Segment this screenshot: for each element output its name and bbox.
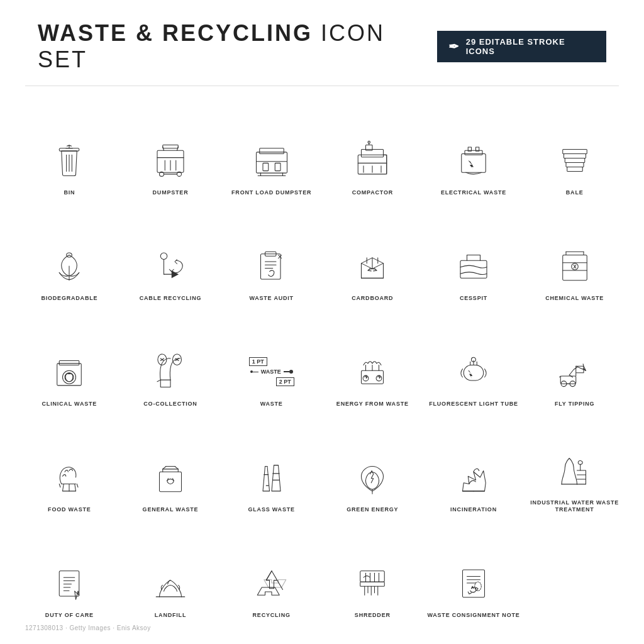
- icon-landfill-label: LANDFILL: [155, 612, 186, 619]
- icon-compactor-label: COMPACTOR: [352, 189, 393, 197]
- pen-tool-icon: ✒: [448, 39, 460, 54]
- svg-rect-10: [163, 145, 179, 148]
- svg-rect-40: [562, 150, 587, 154]
- icon-electrical-waste: ELECTRICAL WASTE: [423, 99, 525, 204]
- icon-waste-audit-label: WASTE AUDIT: [249, 295, 293, 303]
- icon-front-load-dumpster: FRONT LOAD DUMPSTER: [221, 99, 322, 204]
- icon-fly-tipping-label: FLY TIPPING: [555, 401, 594, 408]
- icon-general-waste: GENERAL WASTE: [120, 416, 221, 521]
- svg-rect-36: [462, 154, 486, 173]
- icon-cardboard-label: CARDBOARD: [352, 295, 393, 303]
- watermark: 1271308013 · Getty Images · Enis Aksoy: [25, 625, 151, 631]
- header: WASTE & RECYCLING ICON SET ✒ 29 EDITABLE…: [0, 0, 644, 86]
- icon-incineration: INCINERATION: [423, 416, 525, 521]
- icon-cable-recycling-label: CABLE RECYCLING: [140, 295, 202, 303]
- icon-industrial-water-label: INDUSTRIAL WATER WASTE TREATMENT: [526, 499, 623, 514]
- svg-rect-60: [562, 255, 587, 280]
- svg-rect-37: [465, 151, 482, 155]
- svg-rect-107: [360, 571, 385, 582]
- svg-point-122: [475, 582, 482, 591]
- icon-duty-of-care: DUTY OF CARE: [19, 521, 120, 627]
- svg-rect-21: [275, 164, 280, 171]
- svg-rect-20: [263, 164, 269, 171]
- icon-waste-consignment-note: WASTE CONSIGNMENT NOTE: [423, 521, 525, 627]
- icon-clinical-waste: CLINICAL WASTE: [19, 310, 120, 416]
- icon-waste-pt: 1 PT WASTE 2 PT WASTE: [221, 310, 322, 416]
- icon-compactor: COMPACTOR: [322, 99, 423, 204]
- icon-bin-label: BIN: [64, 189, 75, 197]
- icon-recycling: RECYCLING: [221, 521, 322, 627]
- icon-front-load-dumpster-label: FRONT LOAD DUMPSTER: [231, 189, 311, 197]
- icon-dumpster: DUMPSTER: [120, 99, 221, 204]
- badge-text: 29 EDITABLE STROKE ICONS: [466, 37, 595, 56]
- icon-fluorescent-light-tube: FLUORESCENT LIGHT TUBE: [423, 310, 525, 416]
- icon-general-waste-label: GENERAL WASTE: [143, 506, 199, 514]
- svg-rect-18: [259, 148, 284, 154]
- svg-rect-41: [564, 154, 586, 158]
- icon-bale-label: BALE: [566, 189, 584, 197]
- icon-food-waste-label: FOOD WASTE: [48, 506, 91, 514]
- icon-green-energy-label: GREEN ENERGY: [347, 506, 398, 514]
- icon-fly-tipping: FLY TIPPING: [524, 310, 625, 416]
- svg-rect-43: [566, 163, 584, 167]
- svg-rect-118: [462, 570, 484, 597]
- icon-fluorescent-light-tube-label: FLUORESCENT LIGHT TUBE: [429, 401, 518, 408]
- svg-rect-92: [560, 376, 576, 384]
- icon-waste-consignment-note-label: WASTE CONSIGNMENT NOTE: [427, 612, 519, 619]
- svg-rect-108: [360, 582, 385, 587]
- icon-bale: BALE: [524, 99, 625, 204]
- icon-energy-from-waste: ENERGY FROM WASTE: [322, 310, 423, 416]
- svg-rect-42: [565, 158, 585, 163]
- icon-chemical-waste-label: CHEMICAL WASTE: [545, 295, 604, 303]
- icon-incineration-label: INCINERATION: [450, 506, 497, 514]
- icon-glass-waste-label: GLASS WASTE: [248, 506, 295, 514]
- icon-duty-of-care-label: DUTY OF CARE: [45, 612, 94, 619]
- divider: [25, 86, 619, 86]
- icon-industrial-water: INDUSTRIAL WATER WASTE TREATMENT: [524, 416, 625, 521]
- icon-dumpster-label: DUMPSTER: [153, 189, 189, 197]
- icon-cesspit: CESSPIT: [423, 204, 525, 310]
- icon-recycling-label: RECYCLING: [253, 612, 291, 619]
- icon-landfill: LANDFILL: [120, 521, 221, 627]
- icon-cesspit-label: CESSPIT: [460, 295, 487, 303]
- icon-cardboard: CARDBOARD: [322, 204, 423, 310]
- icon-biodegradable: BIODEGRADABLE: [19, 204, 120, 310]
- svg-rect-56: [460, 261, 487, 279]
- svg-rect-87: [464, 365, 484, 381]
- icons-grid: BIN DUMPSTER: [0, 92, 644, 633]
- icon-energy-from-waste-label: ENERGY FROM WASTE: [336, 401, 409, 408]
- svg-rect-70: [60, 361, 80, 365]
- icon-chemical-waste: CHEMICAL WASTE: [524, 204, 625, 310]
- icon-co-collection-label: CO-COLLECTION: [143, 401, 197, 408]
- icon-food-waste: FOOD WASTE: [19, 416, 120, 521]
- badge: ✒ 29 EDITABLE STROKE ICONS: [437, 31, 606, 62]
- icon-shredder: SHREDDER: [322, 521, 423, 627]
- svg-rect-69: [57, 364, 82, 386]
- icon-waste-pt-label: WASTE: [260, 401, 283, 408]
- svg-rect-49: [260, 254, 280, 279]
- icon-electrical-waste-label: ELECTRICAL WASTE: [441, 189, 506, 197]
- icon-clinical-waste-label: CLINICAL WASTE: [42, 401, 97, 408]
- svg-point-46: [160, 253, 167, 260]
- icon-shredder-label: SHREDDER: [355, 612, 391, 619]
- icon-glass-waste: GLASS WASTE: [221, 416, 322, 521]
- svg-rect-17: [256, 152, 287, 173]
- icon-green-energy: GREEN ENERGY: [322, 416, 423, 521]
- svg-rect-97: [159, 472, 181, 492]
- svg-rect-1: [60, 148, 80, 151]
- svg-point-29: [368, 142, 370, 144]
- icon-bin: BIN: [19, 99, 120, 204]
- svg-rect-44: [567, 167, 582, 172]
- page-title: WASTE & RECYCLING ICON SET: [38, 20, 385, 72]
- icon-co-collection: CO-COLLECTION: [120, 310, 221, 416]
- icon-waste-audit: WASTE AUDIT: [221, 204, 322, 310]
- icon-cable-recycling: CABLE RECYCLING: [120, 204, 221, 310]
- icon-biodegradable-label: BIODEGRADABLE: [41, 295, 97, 303]
